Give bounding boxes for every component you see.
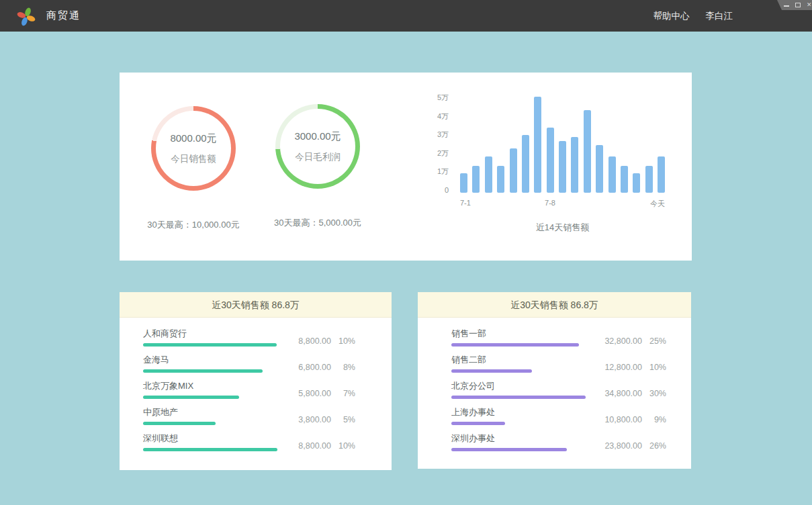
list-item: 金海马6,800.008% [143, 355, 355, 373]
list-item: 北京分公司34,800.0030% [451, 381, 666, 399]
sales-bar-chart: 5万4万3万2万1万0 7-1 7-8 今天 近14天销售额 [428, 93, 677, 250]
item-amount: 6,800.00 [284, 363, 331, 372]
item-name: 北京万象MIX [143, 381, 279, 392]
item-values: 23,800.0026% [587, 433, 666, 451]
maximize-button[interactable] [795, 0, 801, 10]
list-item: 上海办事处10,800.009% [451, 407, 666, 425]
gauge-value: 3000.00元 [294, 130, 341, 143]
today-profit-gauge: 3000.00元 今日毛利润 30天最高：5,000.00元 [257, 104, 378, 229]
progress-bar [143, 448, 277, 451]
donut-center: 8000.00元 今日销售额 [156, 111, 231, 186]
gauge-max-label: 30天最高：5,000.00元 [274, 217, 361, 229]
list-item: 深圳联想8,800.0010% [143, 433, 355, 451]
item-values: 12,800.0010% [587, 355, 666, 373]
app-logo-icon [16, 5, 38, 27]
x-axis-label: 今天 [641, 199, 665, 209]
app-title: 商贸通 [46, 9, 81, 22]
dashboard: 8000.00元 今日销售额 30天最高：10,000.00元 3000.00元… [0, 32, 812, 505]
item-amount: 34,800.00 [595, 389, 642, 398]
item-info: 人和商贸行 [143, 328, 279, 347]
minimize-button[interactable] [784, 0, 789, 10]
y-axis-tick-label: 1万 [428, 167, 449, 176]
department-sales-list: 销售一部32,800.0025%销售二部12,800.0010%北京分公司34,… [418, 318, 691, 451]
item-name: 上海办事处 [451, 407, 587, 418]
y-axis-tick-label: 2万 [428, 148, 449, 158]
item-name: 中原地产 [143, 407, 279, 418]
card-header: 近30天销售额 86.8万 [120, 292, 392, 318]
titlebar: 商贸通 帮助中心 李白江 ✕ [0, 0, 812, 32]
item-percent: 10% [331, 336, 355, 346]
item-amount: 32,800.00 [595, 336, 642, 346]
item-name: 人和商贸行 [143, 328, 279, 339]
chart-bar [608, 156, 616, 193]
item-values: 32,800.0025% [587, 328, 666, 347]
item-amount: 5,800.00 [284, 389, 331, 398]
today-sales-donut-ring: 8000.00元 今日销售额 [151, 106, 236, 191]
chart-bar [460, 173, 467, 193]
item-amount: 8,800.00 [284, 441, 331, 451]
titlebar-nav: 帮助中心 李白江 [653, 10, 812, 22]
y-axis-tick-label: 3万 [428, 130, 449, 139]
progress-bar [451, 396, 586, 399]
today-sales-gauge: 8000.00元 今日销售额 30天最高：10,000.00元 [133, 106, 254, 231]
item-percent: 26% [642, 441, 666, 451]
progress-bar [451, 448, 567, 451]
summary-card: 8000.00元 今日销售额 30天最高：10,000.00元 3000.00元… [120, 73, 692, 261]
item-percent: 30% [642, 389, 666, 398]
gauge-max-label: 30天最高：10,000.00元 [147, 219, 239, 231]
item-amount: 23,800.00 [595, 441, 642, 451]
chart-bar [571, 137, 578, 193]
progress-bar [451, 369, 532, 373]
donut-center: 3000.00元 今日毛利润 [280, 109, 355, 184]
y-axis-tick-label: 4万 [428, 111, 449, 121]
department-sales-card: 近30天销售额 86.8万 销售一部32,800.0025%销售二部12,800… [418, 292, 691, 469]
item-name: 深圳联想 [143, 433, 279, 444]
item-info: 深圳办事处 [451, 433, 587, 451]
item-info: 深圳联想 [143, 433, 279, 451]
progress-bar [143, 396, 239, 399]
gauge-label: 今日销售额 [171, 153, 216, 165]
user-menu[interactable]: 李白江 [706, 10, 733, 22]
customer-sales-list: 人和商贸行8,800.0010%金海马6,800.008%北京万象MIX5,80… [120, 318, 392, 451]
item-values: 5,800.007% [279, 381, 355, 399]
progress-bar [143, 369, 263, 373]
close-button[interactable]: ✕ [807, 0, 812, 10]
item-name: 金海马 [143, 355, 279, 365]
chart-bar [497, 166, 504, 193]
item-values: 34,800.0030% [587, 381, 666, 399]
item-info: 北京分公司 [451, 381, 587, 399]
list-item: 销售二部12,800.0010% [451, 355, 666, 373]
list-item: 中原地产3,800.005% [143, 407, 355, 425]
list-item: 销售一部32,800.0025% [451, 328, 666, 347]
chart-bar [645, 166, 653, 193]
window-controls: ✕ [770, 0, 812, 10]
item-amount: 10,800.00 [595, 415, 642, 424]
progress-bar [143, 343, 277, 347]
chart-bar [596, 145, 603, 193]
chart-bar [584, 110, 591, 193]
customer-sales-card: 近30天销售额 86.8万 人和商贸行8,800.0010%金海马6,800.0… [120, 292, 392, 470]
item-info: 北京万象MIX [143, 381, 279, 399]
item-name: 北京分公司 [451, 381, 587, 392]
gauge-value: 8000.00元 [170, 132, 216, 145]
minimize-icon [784, 5, 789, 7]
progress-bar [451, 422, 505, 425]
chart-bar [621, 166, 628, 193]
x-axis-label: 7-1 [460, 199, 471, 207]
item-amount: 3,800.00 [284, 415, 331, 424]
item-info: 金海马 [143, 355, 279, 373]
bars-area [460, 97, 665, 193]
progress-bar [143, 422, 216, 425]
item-name: 销售二部 [451, 355, 587, 365]
list-item: 深圳办事处23,800.0026% [451, 433, 666, 451]
item-percent: 10% [331, 441, 355, 451]
pinwheel-icon [16, 6, 36, 26]
list-item: 人和商贸行8,800.0010% [143, 328, 355, 347]
y-axis-tick-label: 0 [428, 185, 449, 195]
item-percent: 10% [642, 363, 666, 372]
item-percent: 7% [331, 389, 355, 398]
chart-bar [534, 97, 541, 193]
x-axis-label: 7-8 [530, 199, 570, 207]
help-center-link[interactable]: 帮助中心 [653, 10, 690, 22]
chart-title: 近14天销售额 [460, 222, 665, 234]
